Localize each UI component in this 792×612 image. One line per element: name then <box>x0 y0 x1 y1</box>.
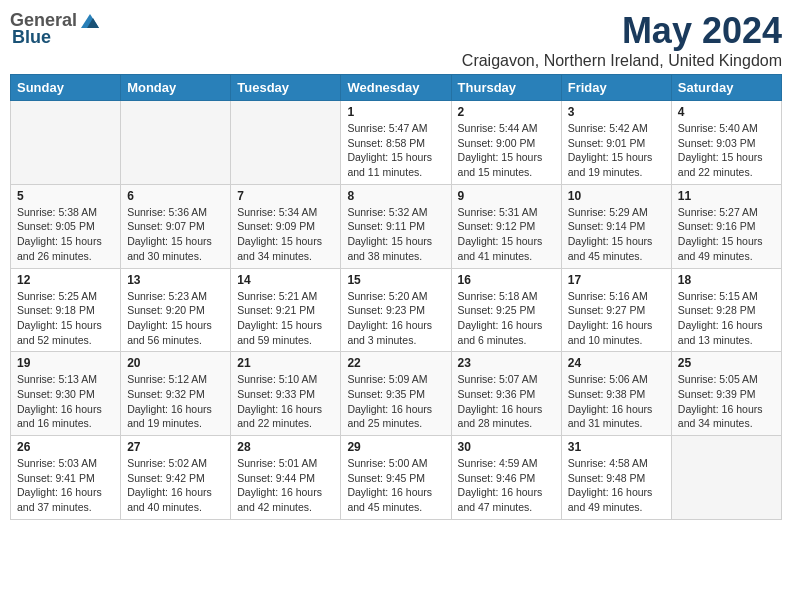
day-content-line: Sunset: 9:44 PM <box>237 472 315 484</box>
day-content-line: and 41 minutes. <box>458 250 533 262</box>
day-content-line: and 19 minutes. <box>568 166 643 178</box>
calendar-cell: 23Sunrise: 5:07 AMSunset: 9:36 PMDayligh… <box>451 352 561 436</box>
day-content-line: Sunrise: 5:15 AM <box>678 290 758 302</box>
day-content-line: and 25 minutes. <box>347 417 422 429</box>
day-content-line: Sunset: 9:35 PM <box>347 388 425 400</box>
calendar-header-row: SundayMondayTuesdayWednesdayThursdayFrid… <box>11 75 782 101</box>
day-content-line: Sunrise: 5:00 AM <box>347 457 427 469</box>
day-number: 11 <box>678 189 775 203</box>
calendar-cell: 31Sunrise: 4:58 AMSunset: 9:48 PMDayligh… <box>561 436 671 520</box>
day-content-line: Daylight: 16 hours <box>678 403 763 415</box>
day-number: 3 <box>568 105 665 119</box>
calendar-cell: 12Sunrise: 5:25 AMSunset: 9:18 PMDayligh… <box>11 268 121 352</box>
calendar-cell: 14Sunrise: 5:21 AMSunset: 9:21 PMDayligh… <box>231 268 341 352</box>
day-content-line: Sunset: 9:09 PM <box>237 220 315 232</box>
day-number: 18 <box>678 273 775 287</box>
day-content: Sunrise: 5:18 AMSunset: 9:25 PMDaylight:… <box>458 289 555 348</box>
day-content-line: and 34 minutes. <box>678 417 753 429</box>
day-content-line: and 6 minutes. <box>458 334 527 346</box>
day-content-line: Sunrise: 5:32 AM <box>347 206 427 218</box>
day-content-line: Daylight: 15 hours <box>127 319 212 331</box>
day-content-line: Sunset: 9:05 PM <box>17 220 95 232</box>
calendar-day-header: Wednesday <box>341 75 451 101</box>
day-content-line: and 40 minutes. <box>127 501 202 513</box>
calendar-day-header: Sunday <box>11 75 121 101</box>
calendar-cell <box>231 101 341 185</box>
day-content-line: Daylight: 16 hours <box>458 403 543 415</box>
day-content-line: and 52 minutes. <box>17 334 92 346</box>
day-content: Sunrise: 5:36 AMSunset: 9:07 PMDaylight:… <box>127 205 224 264</box>
day-content-line: Sunset: 9:03 PM <box>678 137 756 149</box>
day-content-line: Sunset: 9:32 PM <box>127 388 205 400</box>
day-content-line: Daylight: 15 hours <box>17 319 102 331</box>
day-number: 31 <box>568 440 665 454</box>
calendar-cell <box>11 101 121 185</box>
day-content-line: Daylight: 15 hours <box>568 235 653 247</box>
day-content: Sunrise: 5:13 AMSunset: 9:30 PMDaylight:… <box>17 372 114 431</box>
day-number: 13 <box>127 273 224 287</box>
day-content-line: and 45 minutes. <box>347 501 422 513</box>
calendar-week-row: 12Sunrise: 5:25 AMSunset: 9:18 PMDayligh… <box>11 268 782 352</box>
day-content-line: and 19 minutes. <box>127 417 202 429</box>
day-number: 5 <box>17 189 114 203</box>
day-content-line: Sunset: 9:46 PM <box>458 472 536 484</box>
day-content-line: Sunrise: 5:27 AM <box>678 206 758 218</box>
day-number: 24 <box>568 356 665 370</box>
day-content-line: Sunset: 9:14 PM <box>568 220 646 232</box>
calendar-cell: 5Sunrise: 5:38 AMSunset: 9:05 PMDaylight… <box>11 184 121 268</box>
day-content-line: Daylight: 15 hours <box>127 235 212 247</box>
calendar-cell: 8Sunrise: 5:32 AMSunset: 9:11 PMDaylight… <box>341 184 451 268</box>
day-content-line: Sunrise: 5:20 AM <box>347 290 427 302</box>
calendar-day-header: Saturday <box>671 75 781 101</box>
day-content-line: and 28 minutes. <box>458 417 533 429</box>
day-content-line: Daylight: 16 hours <box>347 319 432 331</box>
day-content-line: Sunrise: 5:44 AM <box>458 122 538 134</box>
calendar-cell: 4Sunrise: 5:40 AMSunset: 9:03 PMDaylight… <box>671 101 781 185</box>
day-number: 1 <box>347 105 444 119</box>
day-number: 28 <box>237 440 334 454</box>
day-content-line: Daylight: 16 hours <box>568 403 653 415</box>
day-content-line: Sunset: 9:48 PM <box>568 472 646 484</box>
day-content: Sunrise: 5:34 AMSunset: 9:09 PMDaylight:… <box>237 205 334 264</box>
day-number: 15 <box>347 273 444 287</box>
calendar-cell: 19Sunrise: 5:13 AMSunset: 9:30 PMDayligh… <box>11 352 121 436</box>
day-content-line: and 22 minutes. <box>678 166 753 178</box>
logo-blue: Blue <box>12 27 51 48</box>
day-content-line: Sunset: 9:18 PM <box>17 304 95 316</box>
day-number: 23 <box>458 356 555 370</box>
day-content: Sunrise: 5:25 AMSunset: 9:18 PMDaylight:… <box>17 289 114 348</box>
day-content-line: Daylight: 16 hours <box>17 403 102 415</box>
day-content: Sunrise: 5:40 AMSunset: 9:03 PMDaylight:… <box>678 121 775 180</box>
day-content: Sunrise: 5:38 AMSunset: 9:05 PMDaylight:… <box>17 205 114 264</box>
day-content-line: and 13 minutes. <box>678 334 753 346</box>
day-content: Sunrise: 5:00 AMSunset: 9:45 PMDaylight:… <box>347 456 444 515</box>
logo-icon <box>79 12 101 30</box>
day-content-line: Sunrise: 5:31 AM <box>458 206 538 218</box>
day-content-line: Sunrise: 5:02 AM <box>127 457 207 469</box>
calendar-day-header: Friday <box>561 75 671 101</box>
day-content: Sunrise: 5:32 AMSunset: 9:11 PMDaylight:… <box>347 205 444 264</box>
day-content-line: Sunset: 9:07 PM <box>127 220 205 232</box>
day-number: 9 <box>458 189 555 203</box>
day-content-line: Daylight: 15 hours <box>237 235 322 247</box>
day-number: 30 <box>458 440 555 454</box>
calendar-week-row: 19Sunrise: 5:13 AMSunset: 9:30 PMDayligh… <box>11 352 782 436</box>
day-number: 27 <box>127 440 224 454</box>
day-content: Sunrise: 5:44 AMSunset: 9:00 PMDaylight:… <box>458 121 555 180</box>
day-content: Sunrise: 5:29 AMSunset: 9:14 PMDaylight:… <box>568 205 665 264</box>
day-content-line: Sunset: 9:38 PM <box>568 388 646 400</box>
day-content: Sunrise: 5:42 AMSunset: 9:01 PMDaylight:… <box>568 121 665 180</box>
day-number: 2 <box>458 105 555 119</box>
day-content: Sunrise: 5:06 AMSunset: 9:38 PMDaylight:… <box>568 372 665 431</box>
day-content-line: and 59 minutes. <box>237 334 312 346</box>
calendar-cell: 27Sunrise: 5:02 AMSunset: 9:42 PMDayligh… <box>121 436 231 520</box>
day-content-line: Sunrise: 5:01 AM <box>237 457 317 469</box>
day-content-line: Sunrise: 5:05 AM <box>678 373 758 385</box>
day-content-line: and 42 minutes. <box>237 501 312 513</box>
day-content-line: Sunset: 9:42 PM <box>127 472 205 484</box>
day-content-line: Sunset: 9:41 PM <box>17 472 95 484</box>
day-content-line: Sunset: 9:21 PM <box>237 304 315 316</box>
day-content-line: Sunrise: 5:07 AM <box>458 373 538 385</box>
page-header: General Blue May 2024 Craigavon, Norther… <box>10 10 782 70</box>
day-content: Sunrise: 5:21 AMSunset: 9:21 PMDaylight:… <box>237 289 334 348</box>
